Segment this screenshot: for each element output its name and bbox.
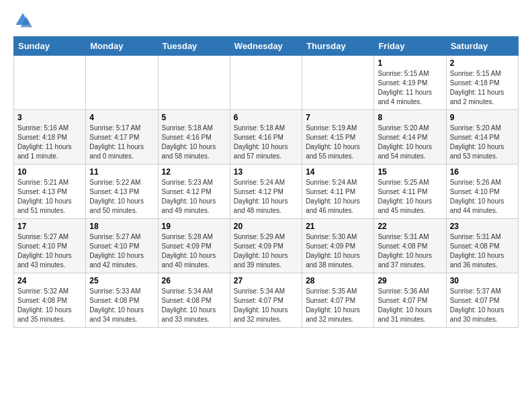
cell-info: Sunrise: 5:24 AM Sunset: 4:12 PM Dayligh… (234, 178, 298, 216)
day-number: 13 (234, 167, 298, 177)
cell-info: Sunrise: 5:20 AM Sunset: 4:14 PM Dayligh… (378, 124, 442, 161)
calendar-cell: 28Sunrise: 5:35 AM Sunset: 4:07 PM Dayli… (302, 273, 374, 328)
weekday-header-sunday: Sunday (14, 37, 86, 56)
day-number: 2 (450, 58, 515, 68)
logo-icon (13, 11, 32, 30)
cell-info: Sunrise: 5:32 AM Sunset: 4:08 PM Dayligh… (17, 287, 82, 324)
page: SundayMondayTuesdayWednesdayThursdayFrid… (0, 0, 532, 334)
week-row-4: 17Sunrise: 5:27 AM Sunset: 4:10 PM Dayli… (14, 219, 519, 273)
cell-info: Sunrise: 5:33 AM Sunset: 4:08 PM Dayligh… (89, 287, 154, 324)
calendar-cell: 13Sunrise: 5:24 AM Sunset: 4:12 PM Dayli… (230, 165, 302, 219)
calendar-cell: 7Sunrise: 5:19 AM Sunset: 4:15 PM Daylig… (302, 110, 374, 165)
day-number: 4 (89, 113, 154, 122)
calendar-cell (302, 56, 374, 110)
calendar-cell: 22Sunrise: 5:31 AM Sunset: 4:08 PM Dayli… (374, 219, 446, 273)
cell-info: Sunrise: 5:31 AM Sunset: 4:08 PM Dayligh… (450, 232, 515, 270)
cell-info: Sunrise: 5:29 AM Sunset: 4:09 PM Dayligh… (234, 232, 298, 270)
calendar-cell: 19Sunrise: 5:28 AM Sunset: 4:09 PM Dayli… (158, 219, 230, 273)
weekday-header-tuesday: Tuesday (158, 37, 230, 56)
week-row-3: 10Sunrise: 5:21 AM Sunset: 4:13 PM Dayli… (14, 165, 519, 219)
cell-info: Sunrise: 5:20 AM Sunset: 4:14 PM Dayligh… (450, 124, 515, 161)
week-row-5: 24Sunrise: 5:32 AM Sunset: 4:08 PM Dayli… (14, 273, 519, 328)
weekday-header-wednesday: Wednesday (230, 37, 302, 56)
week-row-2: 3Sunrise: 5:16 AM Sunset: 4:18 PM Daylig… (14, 110, 519, 165)
cell-info: Sunrise: 5:17 AM Sunset: 4:17 PM Dayligh… (89, 124, 154, 161)
day-number: 26 (162, 276, 226, 285)
day-number: 3 (17, 113, 82, 122)
week-row-1: 1Sunrise: 5:15 AM Sunset: 4:19 PM Daylig… (14, 56, 519, 110)
day-number: 19 (162, 222, 226, 231)
cell-info: Sunrise: 5:27 AM Sunset: 4:10 PM Dayligh… (17, 232, 82, 270)
calendar-cell: 29Sunrise: 5:36 AM Sunset: 4:07 PM Dayli… (374, 273, 446, 328)
day-number: 28 (306, 276, 370, 285)
calendar-cell: 9Sunrise: 5:20 AM Sunset: 4:14 PM Daylig… (446, 110, 518, 165)
calendar-cell: 20Sunrise: 5:29 AM Sunset: 4:09 PM Dayli… (230, 219, 302, 273)
calendar-cell: 24Sunrise: 5:32 AM Sunset: 4:08 PM Dayli… (14, 273, 86, 328)
day-number: 7 (306, 113, 370, 122)
logo (13, 11, 35, 30)
cell-info: Sunrise: 5:16 AM Sunset: 4:18 PM Dayligh… (17, 124, 82, 161)
cell-info: Sunrise: 5:19 AM Sunset: 4:15 PM Dayligh… (306, 124, 370, 161)
calendar-cell: 27Sunrise: 5:34 AM Sunset: 4:07 PM Dayli… (230, 273, 302, 328)
day-number: 16 (450, 167, 515, 177)
calendar-cell: 6Sunrise: 5:18 AM Sunset: 4:16 PM Daylig… (230, 110, 302, 165)
cell-info: Sunrise: 5:35 AM Sunset: 4:07 PM Dayligh… (306, 287, 370, 324)
day-number: 14 (306, 167, 370, 177)
cell-info: Sunrise: 5:23 AM Sunset: 4:12 PM Dayligh… (162, 178, 226, 216)
calendar-cell: 1Sunrise: 5:15 AM Sunset: 4:19 PM Daylig… (374, 56, 446, 110)
cell-info: Sunrise: 5:18 AM Sunset: 4:16 PM Dayligh… (162, 124, 226, 161)
cell-info: Sunrise: 5:15 AM Sunset: 4:19 PM Dayligh… (378, 69, 442, 107)
day-number: 1 (378, 58, 442, 68)
weekday-header-row: SundayMondayTuesdayWednesdayThursdayFrid… (14, 37, 519, 56)
day-number: 29 (378, 276, 442, 285)
day-number: 6 (234, 113, 298, 122)
weekday-header-friday: Friday (374, 37, 446, 56)
day-number: 11 (89, 167, 154, 177)
calendar-cell: 30Sunrise: 5:37 AM Sunset: 4:07 PM Dayli… (446, 273, 518, 328)
calendar-cell: 16Sunrise: 5:26 AM Sunset: 4:10 PM Dayli… (446, 165, 518, 219)
day-number: 20 (234, 222, 298, 231)
cell-info: Sunrise: 5:25 AM Sunset: 4:11 PM Dayligh… (378, 178, 442, 216)
calendar-cell: 21Sunrise: 5:30 AM Sunset: 4:09 PM Dayli… (302, 219, 374, 273)
day-number: 27 (234, 276, 298, 285)
weekday-header-thursday: Thursday (302, 37, 374, 56)
calendar-cell: 26Sunrise: 5:34 AM Sunset: 4:08 PM Dayli… (158, 273, 230, 328)
calendar-cell: 11Sunrise: 5:22 AM Sunset: 4:13 PM Dayli… (86, 165, 158, 219)
cell-info: Sunrise: 5:36 AM Sunset: 4:07 PM Dayligh… (378, 287, 442, 324)
weekday-header-saturday: Saturday (446, 37, 518, 56)
cell-info: Sunrise: 5:26 AM Sunset: 4:10 PM Dayligh… (450, 178, 515, 216)
calendar-cell: 23Sunrise: 5:31 AM Sunset: 4:08 PM Dayli… (446, 219, 518, 273)
day-number: 23 (450, 222, 515, 231)
day-number: 21 (306, 222, 370, 231)
calendar-cell: 5Sunrise: 5:18 AM Sunset: 4:16 PM Daylig… (158, 110, 230, 165)
day-number: 8 (378, 113, 442, 122)
calendar-cell: 17Sunrise: 5:27 AM Sunset: 4:10 PM Dayli… (14, 219, 86, 273)
calendar-cell: 4Sunrise: 5:17 AM Sunset: 4:17 PM Daylig… (86, 110, 158, 165)
weekday-header-monday: Monday (86, 37, 158, 56)
day-number: 12 (162, 167, 226, 177)
day-number: 18 (89, 222, 154, 231)
calendar-cell: 25Sunrise: 5:33 AM Sunset: 4:08 PM Dayli… (86, 273, 158, 328)
calendar-cell: 8Sunrise: 5:20 AM Sunset: 4:14 PM Daylig… (374, 110, 446, 165)
day-number: 15 (378, 167, 442, 177)
cell-info: Sunrise: 5:34 AM Sunset: 4:07 PM Dayligh… (234, 287, 298, 324)
calendar-cell (230, 56, 302, 110)
day-number: 10 (17, 167, 82, 177)
day-number: 5 (162, 113, 226, 122)
header (13, 11, 519, 30)
calendar-cell: 15Sunrise: 5:25 AM Sunset: 4:11 PM Dayli… (374, 165, 446, 219)
calendar-cell: 14Sunrise: 5:24 AM Sunset: 4:11 PM Dayli… (302, 165, 374, 219)
cell-info: Sunrise: 5:37 AM Sunset: 4:07 PM Dayligh… (450, 287, 515, 324)
day-number: 22 (378, 222, 442, 231)
day-number: 25 (89, 276, 154, 285)
day-number: 17 (17, 222, 82, 231)
day-number: 30 (450, 276, 515, 285)
cell-info: Sunrise: 5:21 AM Sunset: 4:13 PM Dayligh… (17, 178, 82, 216)
day-number: 24 (17, 276, 82, 285)
calendar-cell: 3Sunrise: 5:16 AM Sunset: 4:18 PM Daylig… (14, 110, 86, 165)
cell-info: Sunrise: 5:15 AM Sunset: 4:18 PM Dayligh… (450, 69, 515, 107)
cell-info: Sunrise: 5:34 AM Sunset: 4:08 PM Dayligh… (162, 287, 226, 324)
calendar-cell (158, 56, 230, 110)
cell-info: Sunrise: 5:24 AM Sunset: 4:11 PM Dayligh… (306, 178, 370, 216)
day-number: 9 (450, 113, 515, 122)
